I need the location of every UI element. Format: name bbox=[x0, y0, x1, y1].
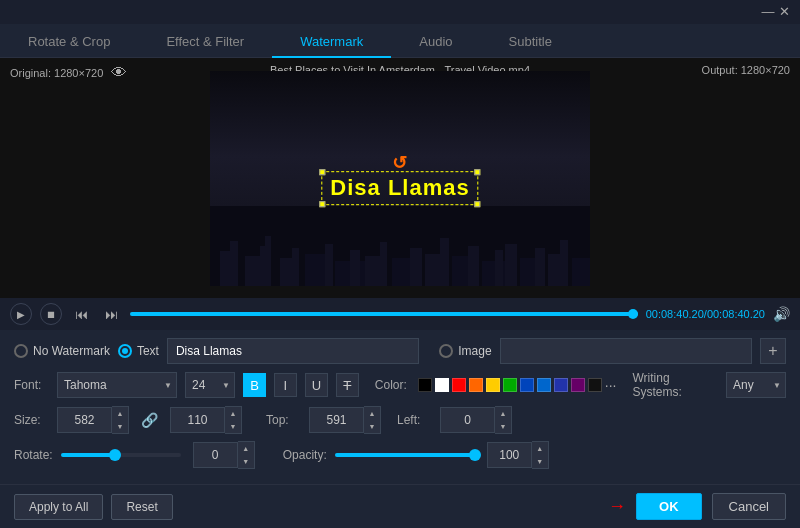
volume-icon[interactable]: 🔊 bbox=[773, 306, 790, 322]
watermark-preview-text[interactable]: ↺ Disa Llamas bbox=[321, 171, 478, 205]
font-family-wrapper: Tahoma bbox=[57, 372, 177, 398]
size-height-up[interactable]: ▲ bbox=[225, 407, 241, 420]
color-swatch-navy[interactable] bbox=[554, 378, 568, 392]
rotate-slider-handle[interactable] bbox=[109, 449, 121, 461]
opacity-slider-track[interactable] bbox=[335, 453, 475, 457]
rotate-down[interactable]: ▼ bbox=[238, 455, 254, 468]
tab-audio[interactable]: Audio bbox=[391, 27, 480, 58]
italic-button[interactable]: I bbox=[274, 373, 297, 397]
svg-rect-21 bbox=[495, 250, 503, 286]
output-resolution: Output: 1280×720 bbox=[702, 64, 790, 76]
bottom-bar: Apply to All Reset → OK Cancel bbox=[0, 484, 800, 528]
color-swatch-green[interactable] bbox=[503, 378, 517, 392]
opacity-input[interactable] bbox=[487, 442, 532, 468]
resize-handle-br[interactable] bbox=[475, 201, 481, 207]
ok-button[interactable]: OK bbox=[636, 493, 702, 520]
opacity-slider-handle[interactable] bbox=[469, 449, 481, 461]
bold-button[interactable]: B bbox=[243, 373, 266, 397]
font-size-select[interactable]: 24 bbox=[185, 372, 235, 398]
font-family-select[interactable]: Tahoma bbox=[57, 372, 177, 398]
opacity-label: Opacity: bbox=[283, 448, 327, 462]
resize-handle-bl[interactable] bbox=[319, 201, 325, 207]
size-row: Size: ▲ ▼ 🔗 ▲ ▼ Top: ▲ ▼ Left: bbox=[14, 406, 786, 434]
rotate-up[interactable]: ▲ bbox=[238, 442, 254, 455]
reset-button[interactable]: Reset bbox=[111, 494, 172, 520]
size-width-input[interactable] bbox=[57, 407, 112, 433]
tab-watermark[interactable]: Watermark bbox=[272, 27, 391, 58]
color-swatch-white[interactable] bbox=[435, 378, 449, 392]
minimize-button[interactable]: — bbox=[760, 4, 776, 20]
resize-handle-tr[interactable] bbox=[475, 169, 481, 175]
tab-rotate-crop[interactable]: Rotate & Crop bbox=[0, 27, 138, 58]
svg-rect-24 bbox=[535, 248, 545, 286]
size-height-input[interactable] bbox=[170, 407, 225, 433]
top-up[interactable]: ▲ bbox=[364, 407, 380, 420]
tab-effect-filter[interactable]: Effect & Filter bbox=[138, 27, 272, 58]
size-height-down[interactable]: ▼ bbox=[225, 420, 241, 433]
top-down[interactable]: ▼ bbox=[364, 420, 380, 433]
text-radio[interactable] bbox=[118, 344, 132, 358]
bottom-left-buttons: Apply to All Reset bbox=[14, 494, 173, 520]
color-swatch-lightblue[interactable] bbox=[537, 378, 551, 392]
top-label: Top: bbox=[266, 413, 301, 427]
progress-fill bbox=[130, 312, 638, 316]
image-radio[interactable] bbox=[439, 344, 453, 358]
rotate-handle[interactable]: ↺ bbox=[392, 152, 408, 174]
add-image-button[interactable]: + bbox=[760, 338, 786, 364]
rotate-slider-track[interactable] bbox=[61, 453, 181, 457]
left-input[interactable] bbox=[440, 407, 495, 433]
color-swatch-black[interactable] bbox=[418, 378, 432, 392]
original-resolution: Original: 1280×720 bbox=[10, 67, 103, 79]
link-icon[interactable]: 🔗 bbox=[141, 412, 158, 428]
text-label: Text bbox=[137, 344, 159, 358]
tab-subtitle[interactable]: Subtitle bbox=[481, 27, 580, 58]
size-width-up[interactable]: ▲ bbox=[112, 407, 128, 420]
svg-rect-27 bbox=[572, 258, 590, 286]
opacity-up[interactable]: ▲ bbox=[532, 442, 548, 455]
cancel-button[interactable]: Cancel bbox=[712, 493, 786, 520]
left-up[interactable]: ▲ bbox=[495, 407, 511, 420]
close-button[interactable]: ✕ bbox=[776, 4, 792, 20]
rotate-input[interactable] bbox=[193, 442, 238, 468]
size-width-down[interactable]: ▼ bbox=[112, 420, 128, 433]
color-swatch-blue[interactable] bbox=[520, 378, 534, 392]
stop-button[interactable]: ⏹ bbox=[40, 303, 62, 325]
progress-handle[interactable] bbox=[628, 309, 638, 319]
no-watermark-option[interactable]: No Watermark bbox=[14, 344, 110, 358]
text-option[interactable]: Text bbox=[118, 344, 159, 358]
color-swatch-orange[interactable] bbox=[469, 378, 483, 392]
left-label: Left: bbox=[397, 413, 432, 427]
color-label: Color: bbox=[375, 378, 410, 392]
rotate-slider-container bbox=[61, 453, 181, 457]
opacity-down[interactable]: ▼ bbox=[532, 455, 548, 468]
size-height-spinbtns: ▲ ▼ bbox=[225, 406, 242, 434]
apply-to-all-button[interactable]: Apply to All bbox=[14, 494, 103, 520]
top-input[interactable] bbox=[309, 407, 364, 433]
writing-systems-select[interactable]: Any bbox=[726, 372, 786, 398]
image-option[interactable]: Image bbox=[439, 344, 491, 358]
left-down[interactable]: ▼ bbox=[495, 420, 511, 433]
resize-handle-tl[interactable] bbox=[319, 169, 325, 175]
more-colors-button[interactable]: ··· bbox=[605, 378, 617, 392]
color-swatch-red[interactable] bbox=[452, 378, 466, 392]
svg-rect-22 bbox=[505, 244, 517, 286]
no-watermark-radio[interactable] bbox=[14, 344, 28, 358]
prev-frame-button[interactable]: ⏮ bbox=[70, 303, 92, 325]
tab-bar: Rotate & Crop Effect & Filter Watermark … bbox=[0, 24, 800, 58]
progress-bar[interactable] bbox=[130, 312, 638, 316]
no-watermark-label: No Watermark bbox=[33, 344, 110, 358]
play-button[interactable]: ▶ bbox=[10, 303, 32, 325]
title-bar: — ✕ bbox=[0, 0, 800, 24]
writing-systems-label: Writing Systems: bbox=[632, 371, 718, 399]
watermark-text-input[interactable] bbox=[167, 338, 419, 364]
strikethrough-button[interactable]: T bbox=[336, 373, 359, 397]
color-swatch-yellow[interactable] bbox=[486, 378, 500, 392]
svg-rect-17 bbox=[440, 238, 449, 286]
skyline-svg bbox=[210, 206, 590, 286]
next-frame-button[interactable]: ⏭ bbox=[100, 303, 122, 325]
color-swatch-purple[interactable] bbox=[571, 378, 585, 392]
color-swatch-darkgray[interactable] bbox=[588, 378, 602, 392]
eye-icon[interactable]: 👁 bbox=[111, 64, 127, 82]
underline-button[interactable]: U bbox=[305, 373, 328, 397]
image-path-input[interactable] bbox=[500, 338, 752, 364]
